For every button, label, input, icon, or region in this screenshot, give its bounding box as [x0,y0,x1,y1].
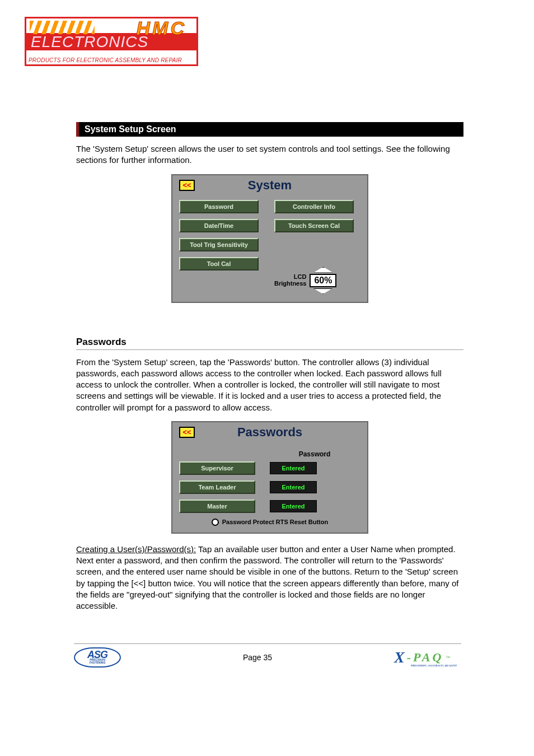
hmc-logo: HMC ELECTRONICS PRODUCTS FOR ELECTRONIC … [25,17,198,66]
master-status: Entered [270,500,317,512]
password-button[interactable]: Password [179,200,259,213]
password-protect-rts-label: Password Protect RTS Reset Button [222,519,328,525]
tool-trig-sensitivity-button[interactable]: Tool Trig Sensitivity [179,238,259,251]
section-heading-system-setup: System Setup Screen [76,122,463,137]
xpaq-logo: X -PAQ ™ PRECISION | ACCURACY | QUALITY [394,648,461,666]
password-column-label: Password [269,450,360,458]
touch-screen-cal-button[interactable]: Touch Screen Cal [274,219,354,232]
page-number: Page 35 [243,653,272,662]
intro-paragraph: The 'System Setup' screen allows the use… [76,143,463,166]
asg-logo: ASG PRECISION FASTENING [74,647,121,668]
screen-title-system: System [179,178,360,193]
tool-cal-button[interactable]: Tool Cal [179,257,259,270]
creating-users-paragraph: Creating a User(s)/Password(s): Tap an a… [76,544,463,612]
creating-users-lead: Creating a User(s)/Password(s): [76,544,196,554]
screen-title-passwords: Passwords [179,425,360,440]
passwords-screenshot: << Passwords Password Supervisor Entered… [171,421,368,534]
date-time-button[interactable]: Date/Time [179,219,259,232]
brightness-value: 60% [310,274,336,287]
logo-electronics-text: ELECTRONICS [31,33,148,51]
password-protect-rts-radio[interactable] [212,519,219,526]
supervisor-status: Entered [270,462,317,474]
brightness-up-icon[interactable] [313,267,332,273]
logo-tagline: PRODUCTS FOR ELECTRONIC ASSEMBLY AND REP… [29,57,182,63]
master-button[interactable]: Master [179,500,255,513]
lcd-brightness-label: LCD Brightness [274,274,306,287]
system-screenshot: << System Password Controller Info Date/… [171,174,368,303]
controller-info-button[interactable]: Controller Info [274,200,354,213]
supervisor-button[interactable]: Supervisor [179,461,255,475]
team-leader-status: Entered [270,481,317,493]
passwords-paragraph: From the 'System Setup' screen, tap the … [76,357,463,413]
page-footer: ASG PRECISION FASTENING Page 35 X -PAQ ™… [74,643,461,669]
passwords-heading: Passwords [76,337,463,350]
brightness-down-icon[interactable] [313,288,332,294]
team-leader-button[interactable]: Team Leader [179,480,255,494]
